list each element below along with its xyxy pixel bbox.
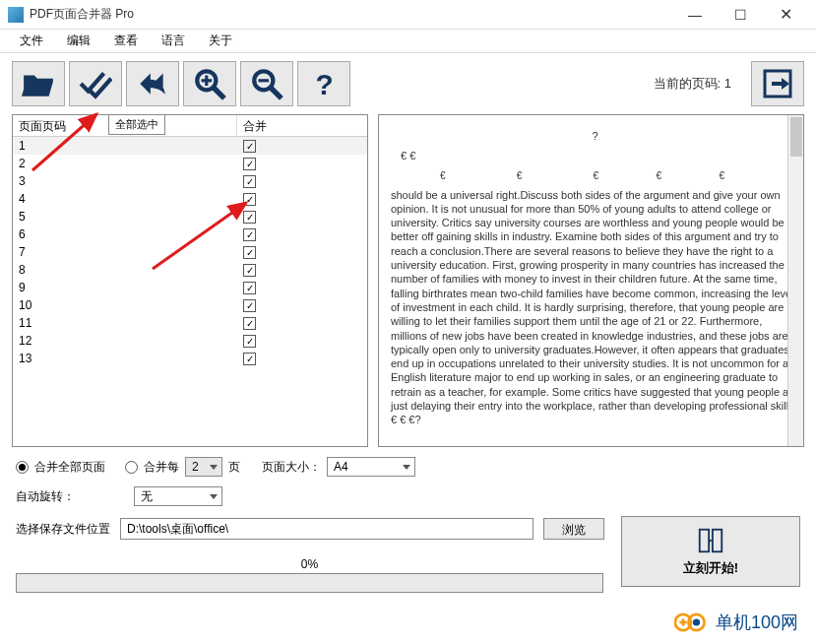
cell-page: 11 [13, 316, 237, 330]
merge-checkbox[interactable]: ✓ [243, 193, 256, 206]
cell-page: 6 [13, 227, 237, 241]
cell-page: 2 [13, 157, 237, 170]
zoom-in-icon [193, 67, 226, 100]
menu-view[interactable]: 查看 [102, 30, 150, 52]
start-label: 立刻开始! [683, 559, 738, 577]
maximize-button[interactable]: ☐ [718, 0, 763, 30]
label-page-size: 页面大小： [262, 459, 321, 476]
start-button[interactable]: 立刻开始! [621, 516, 800, 587]
svg-line-1 [214, 88, 224, 98]
cell-page: 1 [13, 139, 237, 153]
menu-file[interactable]: 文件 [8, 30, 55, 52]
title-bar: PDF页面合并器 Pro — ☐ ✕ [0, 0, 816, 30]
label-merge-every: 合并每 [144, 459, 179, 476]
undo-button[interactable] [126, 61, 179, 106]
table-row[interactable]: 10✓ [13, 296, 367, 314]
preview-sym1: ? [391, 129, 799, 143]
table-row[interactable]: 9✓ [13, 279, 367, 296]
preview-body: should be a universal right.Discuss both… [391, 188, 799, 427]
table-body: 1✓2✓3✓4✓5✓6✓7✓8✓9✓10✓11✓12✓13✓ [13, 137, 367, 445]
table-row[interactable]: 2✓ [13, 155, 367, 172]
merge-checkbox[interactable]: ✓ [243, 353, 256, 365]
open-button[interactable] [12, 61, 65, 106]
exit-icon [762, 68, 793, 99]
preview-scrollbar[interactable] [787, 115, 803, 446]
table-row[interactable]: 6✓ [13, 225, 367, 243]
svg-rect-12 [713, 530, 722, 552]
col-merge[interactable]: 合并 [237, 115, 367, 136]
merge-checkbox[interactable]: ✓ [243, 282, 256, 294]
merge-checkbox[interactable]: ✓ [243, 140, 256, 153]
table-row[interactable]: 11✓ [13, 314, 367, 332]
menu-edit[interactable]: 编辑 [55, 30, 102, 52]
menu-about[interactable]: 关于 [197, 30, 244, 52]
merge-checkbox[interactable]: ✓ [243, 211, 256, 224]
cell-page: 5 [13, 210, 237, 224]
table-header: 页面页码 合并 [13, 115, 367, 137]
radio-merge-every[interactable] [125, 461, 138, 474]
cell-page: 3 [13, 174, 237, 188]
cell-page: 4 [13, 192, 237, 206]
exit-button[interactable] [751, 61, 804, 106]
svg-point-15 [693, 618, 700, 625]
watermark-text: 单机100网 [716, 611, 798, 634]
merge-every-n-select[interactable]: 2 [185, 457, 222, 477]
merge-checkbox[interactable]: ✓ [243, 158, 256, 170]
question-icon: ? [307, 67, 341, 100]
merge-checkbox[interactable]: ✓ [243, 264, 256, 277]
table-row[interactable]: 13✓ [13, 350, 367, 367]
table-row[interactable]: 8✓ [13, 261, 367, 279]
preview-pane: ? € € € € € € € should be a universal ri… [378, 114, 804, 447]
table-row[interactable]: 1✓ [13, 137, 367, 155]
cell-page: 8 [13, 263, 237, 277]
merge-checkbox[interactable]: ✓ [243, 175, 256, 188]
cell-page: 9 [13, 281, 237, 294]
cell-page: 12 [13, 334, 237, 348]
watermark-logo-icon [674, 612, 710, 633]
zoom-in-button[interactable] [183, 61, 236, 106]
preview-sym3: € € € € € [391, 169, 799, 182]
cell-page: 10 [13, 298, 237, 312]
preview-sym2: € € [391, 149, 799, 162]
menu-bar: 文件 编辑 查看 语言 关于 [0, 30, 816, 53]
table-row[interactable]: 12✓ [13, 332, 367, 350]
progress-bar [16, 573, 603, 593]
browse-button[interactable]: 浏览 [543, 518, 604, 540]
watermark: 单机100网 [674, 611, 798, 634]
help-button[interactable]: ? [297, 61, 350, 106]
zoom-out-icon [250, 67, 283, 100]
auto-rotate-select[interactable]: 无 [134, 486, 222, 506]
select-all-button[interactable] [69, 61, 122, 106]
preview-content: ? € € € € € € € should be a universal ri… [379, 115, 803, 446]
table-row[interactable]: 4✓ [13, 190, 367, 208]
main-area: 页面页码 合并 1✓2✓3✓4✓5✓6✓7✓8✓9✓10✓11✓12✓13✓ ?… [0, 114, 816, 447]
merge-checkbox[interactable]: ✓ [243, 317, 256, 330]
merge-checkbox[interactable]: ✓ [243, 228, 256, 241]
close-button[interactable]: ✕ [763, 0, 808, 30]
minimize-button[interactable]: — [672, 0, 718, 30]
label-save-location: 选择保存文件位置 [16, 521, 110, 538]
table-row[interactable]: 7✓ [13, 243, 367, 261]
label-pages: 页 [228, 459, 240, 476]
tooltip-select-all: 全部选中 [108, 114, 165, 135]
current-page-label: 当前的页码: 1 [654, 75, 731, 93]
cell-page: 7 [13, 245, 237, 259]
menu-lang[interactable]: 语言 [150, 30, 197, 52]
page-size-select[interactable]: A4 [327, 457, 415, 477]
save-path-input[interactable] [120, 518, 534, 540]
table-row[interactable]: 5✓ [13, 208, 367, 225]
merge-checkbox[interactable]: ✓ [243, 246, 256, 259]
table-row[interactable]: 3✓ [13, 172, 367, 190]
progress-label: 0% [16, 557, 603, 571]
svg-rect-11 [700, 530, 709, 552]
folder-open-icon [22, 67, 55, 100]
zoom-out-button[interactable] [240, 61, 293, 106]
radio-merge-all[interactable] [16, 461, 29, 474]
page-list-pane: 页面页码 合并 1✓2✓3✓4✓5✓6✓7✓8✓9✓10✓11✓12✓13✓ [12, 114, 368, 447]
cell-page: 13 [13, 352, 237, 365]
label-merge-all: 合并全部页面 [34, 459, 105, 476]
svg-line-5 [271, 88, 282, 98]
merge-checkbox[interactable]: ✓ [243, 335, 256, 348]
merge-checkbox[interactable]: ✓ [243, 299, 256, 312]
label-auto-rotate: 自动旋转： [16, 488, 75, 505]
